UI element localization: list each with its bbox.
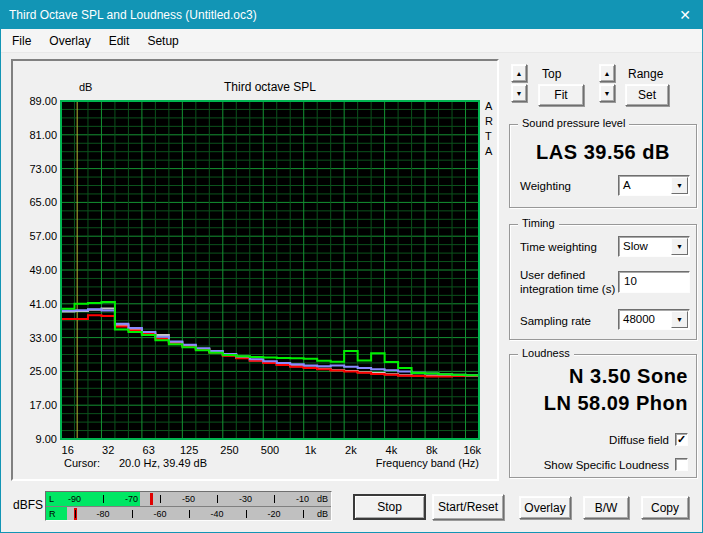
time-weighting-value: Slow <box>619 237 670 256</box>
meter-tick <box>217 495 218 503</box>
client-area: dBThird octave SPL89.0081.0073.0065.0057… <box>1 53 702 532</box>
svg-text:Third octave SPL: Third octave SPL <box>224 80 316 94</box>
loudness-phon-value: LN 58.09 Phon <box>510 392 688 415</box>
svg-text:41.00: 41.00 <box>29 298 57 310</box>
svg-text:73.00: 73.00 <box>29 163 57 175</box>
svg-text:2k: 2k <box>345 444 357 456</box>
svg-text:16: 16 <box>62 444 74 456</box>
app-window: Third Octave SPL and Loudness (Untitled.… <box>0 0 703 533</box>
meter-tick <box>274 495 275 503</box>
stop-button[interactable]: Stop <box>353 494 426 520</box>
svg-text:T: T <box>485 130 492 142</box>
meter-scale-label: -50 <box>182 494 195 504</box>
svg-text:20.0 Hz, 39.49 dB: 20.0 Hz, 39.49 dB <box>119 457 207 469</box>
title-bar: Third Octave SPL and Loudness (Untitled.… <box>1 1 702 29</box>
time-weighting-combobox[interactable]: Slow ▼ <box>618 236 690 257</box>
svg-text:65.00: 65.00 <box>29 196 57 208</box>
svg-text:32: 32 <box>102 444 114 456</box>
window-title: Third Octave SPL and Loudness (Untitled.… <box>9 8 668 22</box>
meter-row-r: -80-60-40-20RdB <box>46 506 331 520</box>
spl-groupbox: Sound pressure level LAS 39.56 dB Weight… <box>509 124 697 208</box>
svg-text:Frequency band (Hz): Frequency band (Hz) <box>376 457 479 469</box>
set-button[interactable]: Set <box>625 84 669 106</box>
menu-edit[interactable]: Edit <box>100 31 139 51</box>
diffuse-field-label: Diffuse field <box>609 434 669 446</box>
close-icon[interactable]: ✕ <box>668 1 702 29</box>
chevron-down-icon[interactable]: ▼ <box>671 311 688 328</box>
meter-scale-label: -20 <box>267 509 280 519</box>
diffuse-field-checkbox[interactable]: ✓ <box>675 433 688 446</box>
svg-text:4k: 4k <box>386 444 398 456</box>
svg-text:25.00: 25.00 <box>29 365 57 377</box>
svg-text:8k: 8k <box>426 444 438 456</box>
range-up-arrow-icon[interactable]: ▲ <box>599 64 615 82</box>
meter-tick <box>103 495 104 503</box>
meter-scale-label: -10 <box>296 494 309 504</box>
svg-text:500: 500 <box>261 444 279 456</box>
chevron-down-icon[interactable]: ▼ <box>671 238 688 255</box>
svg-text:81.00: 81.00 <box>29 129 57 141</box>
integration-label-line2: integration time (s) <box>520 283 615 295</box>
spl-value: LAS 39.56 dB <box>510 141 696 164</box>
meter-scale-label: -90 <box>68 494 81 504</box>
meter-tick <box>303 510 304 518</box>
meter-row-l: -90-70-50-30-10LdB <box>46 492 331 506</box>
integration-time-input[interactable]: 10 <box>618 271 690 293</box>
time-weighting-label: Time weighting <box>520 241 597 253</box>
meter-channel-label: R <box>49 509 56 519</box>
range-down-arrow-icon[interactable]: ▼ <box>599 84 615 102</box>
menu-setup[interactable]: Setup <box>138 31 187 51</box>
third-octave-chart[interactable]: dBThird octave SPL89.0081.0073.0065.0057… <box>13 61 497 479</box>
weighting-combobox[interactable]: A ▼ <box>618 175 690 196</box>
top-down-arrow-icon[interactable]: ▼ <box>511 84 527 102</box>
meter-scale-label: -60 <box>153 509 166 519</box>
fit-button[interactable]: Fit <box>538 84 584 106</box>
svg-text:57.00: 57.00 <box>29 230 57 242</box>
svg-text:125: 125 <box>180 444 198 456</box>
timing-legend: Timing <box>518 217 559 229</box>
menu-overlay[interactable]: Overlay <box>40 31 99 51</box>
svg-text:63: 63 <box>143 444 155 456</box>
svg-text:R: R <box>485 115 493 127</box>
top-label: Top <box>542 67 561 81</box>
meter-tick <box>132 510 133 518</box>
menu-file[interactable]: File <box>3 31 40 51</box>
meter-scale-label: -30 <box>239 494 252 504</box>
svg-text:Cursor:: Cursor: <box>64 457 100 469</box>
bw-button[interactable]: B/W <box>583 496 629 519</box>
menu-bar: File Overlay Edit Setup <box>1 29 702 53</box>
svg-text:A: A <box>485 145 493 157</box>
meter-tick <box>246 510 247 518</box>
diffuse-field-row: Diffuse field ✓ <box>609 433 688 446</box>
copy-button[interactable]: Copy <box>641 496 689 519</box>
level-meter: -90-70-50-30-10LdB-80-60-40-20RdB <box>45 491 332 521</box>
svg-text:16k: 16k <box>463 444 481 456</box>
sampling-rate-value: 48000 <box>619 310 670 329</box>
chevron-down-icon[interactable]: ▼ <box>671 177 688 194</box>
meter-tick <box>189 510 190 518</box>
meter-unit-label: dB <box>317 494 328 504</box>
meter-channel-label: L <box>49 494 54 504</box>
sampling-rate-combobox[interactable]: 48000 ▼ <box>618 309 690 330</box>
loudness-sone-value: N 3.50 Sone <box>510 365 688 388</box>
weighting-value: A <box>619 176 670 195</box>
meter-peak-l <box>150 493 153 505</box>
svg-text:A: A <box>485 100 493 112</box>
start-reset-button[interactable]: Start/Reset <box>432 494 504 520</box>
meter-tick <box>160 495 161 503</box>
chart-panel: dBThird octave SPL89.0081.0073.0065.0057… <box>11 59 499 481</box>
meter-tick <box>75 510 76 518</box>
timing-groupbox: Timing Time weighting Slow ▼ User define… <box>509 224 697 340</box>
integration-label-line1: User defined <box>520 269 585 281</box>
svg-text:33.00: 33.00 <box>29 332 57 344</box>
dbfs-label: dBFS <box>13 498 43 512</box>
specific-loudness-checkbox[interactable] <box>675 458 688 471</box>
svg-text:1k: 1k <box>305 444 317 456</box>
weighting-label: Weighting <box>520 180 571 192</box>
svg-text:49.00: 49.00 <box>29 264 57 276</box>
loudness-legend: Loudness <box>518 347 574 359</box>
overlay-button[interactable]: Overlay <box>519 496 571 519</box>
top-up-arrow-icon[interactable]: ▲ <box>511 64 527 82</box>
svg-text:250: 250 <box>220 444 238 456</box>
spl-legend: Sound pressure level <box>518 117 629 129</box>
